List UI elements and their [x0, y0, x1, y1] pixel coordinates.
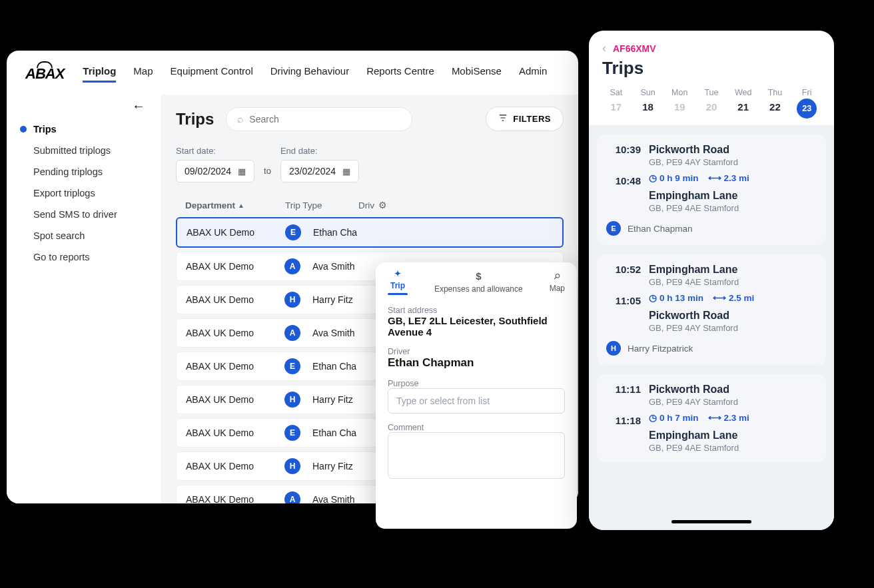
nav-map[interactable]: Map: [133, 65, 153, 83]
trip-cards: 10:3910:48Pickworth RoadGB, PE9 4AY Stam…: [589, 125, 834, 530]
search-input-wrap[interactable]: [226, 107, 412, 131]
nav-admin[interactable]: Admin: [519, 65, 548, 83]
start-place: Pickworth Road: [649, 384, 817, 396]
tab-map[interactable]: Map: [550, 272, 565, 293]
distance-icon: [708, 412, 721, 423]
calendar-icon: [238, 166, 246, 176]
sidebar-item-pending-triplogs[interactable]: Pending triplogs: [20, 166, 148, 177]
end-place: Pickworth Road: [649, 310, 817, 322]
tab-trip[interactable]: Trip: [388, 269, 408, 295]
sidebar-item-send-sms-to-driver[interactable]: Send SMS to driver: [20, 209, 148, 220]
clock-icon: [649, 172, 657, 183]
comment-label: Comment: [388, 423, 565, 432]
cell-trip-type: H: [272, 392, 312, 408]
comment-input[interactable]: [388, 432, 565, 479]
end-place: Empingham Lane: [649, 430, 817, 441]
cell-trip-type: E: [272, 425, 312, 441]
cell-dept: ABAX UK Demo: [187, 227, 273, 238]
start-place: Pickworth Road: [649, 144, 817, 156]
cell-trip-type: E: [272, 358, 312, 374]
day-mon[interactable]: Mon19: [665, 88, 693, 119]
sidebar-collapse-icon[interactable]: ←: [132, 99, 145, 114]
search-input[interactable]: [249, 114, 401, 125]
nav-equipment-control[interactable]: Equipment Control: [171, 65, 253, 83]
card-driver: EEthan Chapman: [606, 221, 817, 236]
cell-dept: ABAX UK Demo: [186, 361, 272, 372]
sidebar: ← TripsSubmitted triplogsPending triplog…: [7, 95, 161, 503]
mobile-panel: ‹ AF66XMV Trips Sat17Sun18Mon19Tue20Wed2…: [589, 31, 834, 530]
nav-reports-centre[interactable]: Reports Centre: [366, 65, 434, 83]
trip-card[interactable]: 10:3910:48Pickworth RoadGB, PE9 4AY Stam…: [597, 135, 826, 245]
brand-logo: ABAX: [25, 65, 64, 83]
purpose-input[interactable]: Type or select from list: [388, 388, 565, 414]
sidebar-item-trips[interactable]: Trips: [20, 124, 148, 135]
sidebar-item-submitted-triplogs[interactable]: Submitted triplogs: [20, 145, 148, 156]
day-sat[interactable]: Sat17: [602, 88, 630, 119]
col-driver[interactable]: Driv ⚙: [358, 200, 387, 210]
day-sun[interactable]: Sun18: [634, 88, 662, 119]
start-date-input[interactable]: 09/02/2024: [176, 160, 254, 182]
page-title: Trips: [176, 110, 214, 129]
distance-icon: [713, 292, 726, 303]
sidebar-item-go-to-reports[interactable]: Go to reports: [20, 252, 148, 262]
cell-dept: ABAX UK Demo: [186, 261, 272, 272]
start-sub: GB, PE9 4AY Stamford: [649, 397, 817, 407]
card-driver: HHarry Fitzpatrick: [606, 341, 817, 356]
nav-mobisense[interactable]: MobiSense: [452, 65, 502, 83]
driver-label: Driver: [388, 347, 565, 356]
start-place: Empingham Lane: [649, 264, 817, 276]
back-icon[interactable]: ‹: [602, 41, 606, 55]
filters-button[interactable]: FILTERS: [486, 107, 564, 131]
nav-triplog[interactable]: Triplog: [83, 65, 116, 83]
start-address-label: Start address: [388, 306, 565, 315]
gear-icon[interactable]: ⚙: [378, 200, 387, 210]
map-icon: [554, 272, 560, 281]
tab-expenses[interactable]: Expenses and allowance: [434, 270, 523, 294]
clock-icon: [649, 412, 657, 423]
col-department[interactable]: Department▲: [185, 200, 285, 210]
nav-driving-behaviour[interactable]: Driving Behaviour: [270, 65, 349, 83]
cell-trip-type: H: [272, 292, 312, 308]
start-sub: GB, PE9 4AY Stamford: [649, 157, 817, 167]
filters-label: FILTERS: [513, 114, 551, 124]
trip-card[interactable]: 10:5211:05Empingham LaneGB, PE9 4AE Stam…: [597, 254, 826, 365]
end-sub: GB, PE9 4AE Stamford: [649, 203, 817, 213]
card-times: 10:5211:05: [606, 264, 641, 333]
col-trip-type[interactable]: Trip Type: [285, 200, 358, 210]
cell-trip-type: A: [272, 258, 312, 274]
table-row[interactable]: ABAX UK DemoEEthan Cha: [176, 217, 564, 248]
end-sub: GB, PE9 4AE Stamford: [649, 443, 817, 453]
sort-asc-icon: ▲: [238, 202, 244, 209]
day-wed[interactable]: Wed21: [729, 88, 757, 119]
search-icon: [237, 113, 244, 125]
calendar-icon: [342, 166, 350, 176]
day-tue[interactable]: Tue20: [697, 88, 725, 119]
sidebar-item-spot-search[interactable]: Spot search: [20, 230, 148, 241]
card-stats: 0 h 7 min2.3 mi: [649, 412, 817, 423]
detail-tabs: Trip Expenses and allowance Map: [376, 262, 577, 295]
dollar-icon: [476, 270, 481, 282]
cell-dept: ABAX UK Demo: [186, 294, 272, 305]
cell-dept: ABAX UK Demo: [186, 494, 272, 503]
purpose-label: Purpose: [388, 379, 565, 388]
vehicle-plate: AF66XMV: [613, 43, 656, 54]
home-indicator: [671, 520, 751, 523]
sidebar-item-export-triplogs[interactable]: Export triplogs: [20, 188, 148, 198]
end-sub: GB, PE9 4AY Stamford: [649, 323, 817, 333]
cell-trip-type: H: [272, 458, 312, 474]
end-date-input[interactable]: 23/02/2024: [280, 160, 359, 182]
route-icon: [394, 269, 401, 278]
day-thu[interactable]: Thu22: [761, 88, 789, 119]
trip-card[interactable]: 11:1111:18Pickworth RoadGB, PE9 4AY Stam…: [597, 374, 826, 462]
start-address-value: GB, LE7 2LL Leicester, Southfield Avenue…: [388, 315, 565, 338]
table-header: Department▲ Trip Type Driv ⚙: [176, 200, 564, 217]
cell-driver: Ethan Cha: [313, 227, 553, 238]
trip-detail-panel: Trip Expenses and allowance Map Start ad…: [376, 262, 577, 529]
day-fri[interactable]: Fri2323: [793, 88, 821, 119]
cell-trip-type: E: [273, 224, 313, 240]
card-times: 11:1111:18: [606, 384, 641, 453]
cell-trip-type: A: [272, 491, 312, 503]
end-date-label: End date:: [280, 146, 359, 156]
start-date-value: 09/02/2024: [185, 166, 231, 176]
distance-icon: [708, 172, 721, 183]
